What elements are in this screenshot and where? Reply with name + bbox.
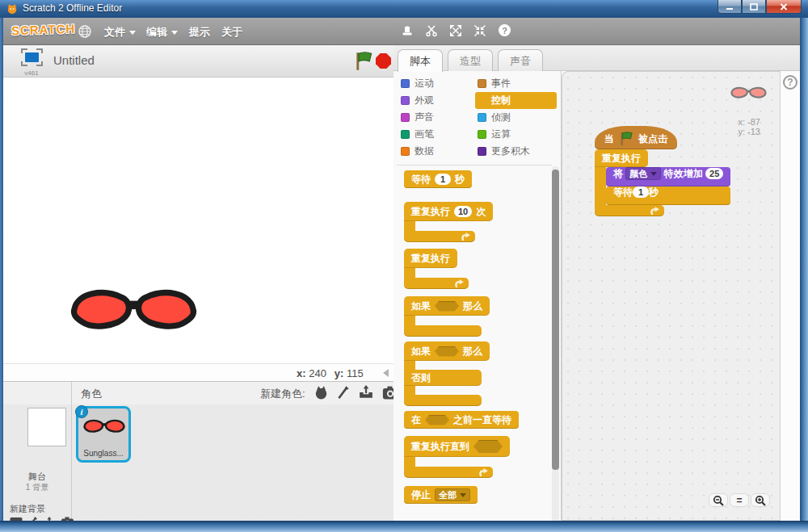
menu-edit[interactable]: 编辑 — [146, 25, 178, 40]
sprite-y-value: -13 — [747, 127, 760, 136]
stage-header: v461 Untitled — [3, 45, 393, 77]
zoom-in-icon — [755, 495, 766, 506]
menu-file[interactable]: 文件 — [104, 25, 136, 40]
block-wait-secs-script[interactable]: 等待1秒 — [606, 186, 730, 205]
duplicate-stamp-icon[interactable] — [401, 24, 414, 37]
motion-color-swatch — [401, 79, 410, 88]
block-stop[interactable]: 停止 全部 — [404, 486, 478, 504]
boolean-slot[interactable] — [473, 440, 503, 453]
menu-tips[interactable]: 提示 — [189, 25, 210, 40]
sprite-name: Sunglass... — [78, 449, 128, 458]
sprite-position-readout: x: -87 y: -13 — [738, 117, 760, 136]
tab-costumes[interactable]: 造型 — [448, 49, 493, 71]
block-if-else[interactable]: 如果那么 否则 — [404, 341, 490, 406]
mouse-coordinates: x: 240 y: 115 — [297, 367, 369, 379]
repeat-value-input[interactable]: 10 — [454, 206, 472, 217]
upload-sprite-icon[interactable] — [358, 385, 374, 400]
language-globe-icon[interactable] — [78, 24, 92, 39]
boolean-slot[interactable] — [425, 415, 449, 425]
category-data[interactable]: 数据 — [398, 143, 475, 160]
block-change-color-effect[interactable]: 将 颜色 特效增加 25 — [606, 167, 730, 186]
sunglasses-sprite[interactable] — [70, 281, 197, 334]
new-backdrop-label: 新建背景 — [10, 503, 45, 515]
panel-resize-arrow[interactable] — [383, 369, 389, 377]
sprite-library-icon[interactable] — [314, 385, 329, 400]
minimize-icon — [726, 3, 734, 10]
stage-canvas[interactable] — [3, 77, 393, 363]
script-stack[interactable]: 当 被点击 重复执行 将 颜色 特效增加 25 等待1秒 — [595, 126, 730, 216]
backdrop-count: 1 背景 — [3, 482, 71, 493]
category-motion[interactable]: 运动 — [398, 75, 475, 92]
minimize-button[interactable] — [718, 0, 742, 14]
version-label: v461 — [19, 69, 44, 77]
green-flag-button[interactable] — [353, 52, 374, 71]
block-wait-secs[interactable]: 等待1秒 — [404, 170, 472, 188]
close-button[interactable] — [766, 0, 802, 14]
zoom-out-button[interactable] — [709, 493, 728, 507]
stage-selector[interactable]: 舞台 1 背景 新建背景 — [3, 404, 71, 522]
control-color-swatch — [478, 96, 486, 105]
zoom-reset-button[interactable]: = — [730, 493, 749, 507]
fullscreen-button[interactable]: v461 — [19, 48, 44, 77]
stop-option-dropdown[interactable]: 全部 — [435, 488, 470, 501]
category-more-blocks[interactable]: 更多积木 — [475, 143, 557, 160]
block-forever[interactable]: 重复执行 — [404, 249, 469, 289]
loop-arrow-icon — [649, 207, 660, 216]
block-wait-until[interactable]: 在之前一直等待 — [404, 411, 519, 429]
category-control[interactable]: 控制 — [475, 92, 557, 109]
scratch-logo[interactable]: SCRATCH — [11, 22, 76, 38]
stop-button[interactable] — [376, 53, 391, 69]
block-repeat-until[interactable]: 重复执行直到 — [404, 436, 510, 478]
menu-about[interactable]: 关于 — [221, 25, 242, 40]
sprite-item-sunglasses[interactable]: i Sunglass... — [76, 406, 131, 463]
loop-arrow-icon — [453, 279, 465, 288]
sound-color-swatch — [401, 113, 410, 122]
boolean-slot[interactable] — [435, 346, 459, 357]
category-events[interactable]: 事件 — [475, 75, 557, 92]
effect-dropdown[interactable]: 颜色 — [625, 167, 661, 180]
more-blocks-color-swatch — [478, 147, 486, 156]
wait-value-input[interactable]: 1 — [435, 174, 451, 185]
grow-sprite-icon[interactable] — [449, 24, 462, 37]
block-when-flag-clicked[interactable]: 当 被点击 — [595, 126, 677, 149]
effect-value-input[interactable]: 25 — [705, 168, 723, 179]
zoom-in-button[interactable] — [751, 493, 770, 507]
category-operators[interactable]: 运算 — [475, 126, 557, 143]
palette-scrollbar-thumb[interactable] — [552, 170, 559, 470]
close-icon — [780, 3, 788, 10]
window-border-right — [800, 18, 808, 532]
stage-thumbnail[interactable] — [27, 408, 66, 446]
category-sound[interactable]: 声音 — [398, 109, 475, 126]
shrink-sprite-icon[interactable] — [473, 24, 486, 37]
looks-color-swatch — [401, 96, 410, 105]
menu-bar: SCRATCH 文件 编辑 提示 关于 — [3, 18, 800, 45]
mouse-y-value: 115 — [347, 367, 369, 379]
block-help-icon[interactable]: ? — [498, 23, 511, 37]
category-sensing[interactable]: 侦测 — [475, 109, 557, 126]
delete-scissors-icon[interactable] — [425, 24, 438, 37]
help-strip: ? — [780, 71, 800, 521]
paint-new-sprite-icon[interactable] — [337, 385, 350, 400]
sprites-panel-header: 角色 新建角色: — [3, 382, 393, 404]
help-icon[interactable]: ? — [783, 75, 797, 90]
title-bar[interactable]: Scratch 2 Offline Editor — [0, 0, 808, 18]
chevron-down-icon — [129, 31, 136, 35]
category-pen[interactable]: 画笔 — [398, 126, 475, 143]
green-flag-icon — [619, 132, 633, 146]
sensing-color-swatch — [478, 113, 486, 122]
stage-name: 舞台 — [3, 471, 71, 483]
tab-scripts[interactable]: 脚本 — [398, 49, 443, 72]
block-if-then[interactable]: 如果那么 — [404, 296, 490, 337]
sprite-x-value: -87 — [747, 117, 760, 127]
fullscreen-icon — [21, 48, 43, 66]
boolean-slot[interactable] — [435, 301, 459, 312]
block-forever-script[interactable]: 重复执行 将 颜色 特效增加 25 等待1秒 — [595, 149, 730, 216]
tab-sounds[interactable]: 声音 — [498, 49, 543, 71]
svg-text:?: ? — [502, 26, 507, 36]
operators-color-swatch — [478, 130, 486, 139]
scripts-workspace[interactable]: x: -87 y: -13 当 被点击 重复执行 将 颜色 特效增加 25 — [562, 71, 780, 521]
category-looks[interactable]: 外观 — [398, 92, 475, 109]
maximize-button[interactable] — [742, 0, 766, 14]
wait-value-input[interactable]: 1 — [633, 186, 649, 198]
block-repeat[interactable]: 重复执行10次 — [404, 202, 493, 242]
